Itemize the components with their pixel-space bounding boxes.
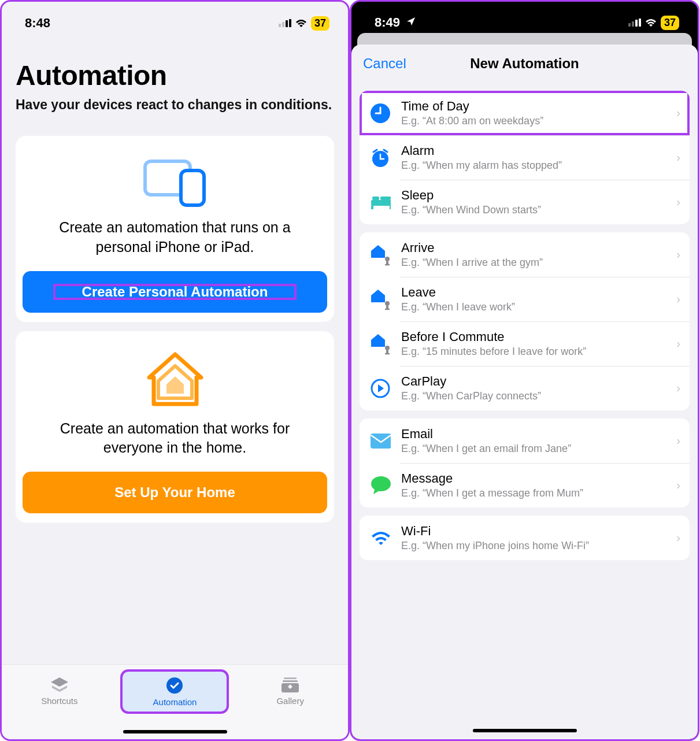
page-subtitle: Have your devices react to changes in co…	[2, 95, 348, 127]
tab-gallery-label: Gallery	[276, 696, 304, 706]
svg-rect-17	[371, 206, 373, 209]
row-subtitle: E.g. “When Wind Down starts”	[401, 204, 666, 216]
cellular-icon	[628, 18, 641, 27]
svg-rect-1	[282, 22, 284, 27]
row-subtitle: E.g. “When I get a message from Mum”	[401, 487, 666, 499]
svg-point-21	[385, 257, 390, 261]
svg-rect-7	[284, 677, 297, 679]
devices-icon	[21, 155, 328, 208]
status-time: 8:48	[25, 16, 50, 31]
wifi-icon	[370, 528, 391, 549]
row-email[interactable]: Email E.g. “When I get an email from Jan…	[360, 418, 690, 463]
row-subtitle: E.g. “When my alarm has stopped”	[401, 160, 666, 172]
home-indicator[interactable]	[123, 730, 227, 733]
row-subtitle: E.g. “When CarPlay connects”	[401, 390, 666, 402]
home-automation-card: Create an automation that works for ever…	[16, 331, 334, 523]
shortcuts-icon	[50, 676, 69, 694]
chevron-right-icon: ›	[676, 479, 680, 492]
svg-rect-19	[372, 197, 379, 200]
status-icons: 37	[628, 16, 679, 30]
row-time-of-day[interactable]: Time of Day E.g. “At 8:00 am on weekdays…	[360, 91, 690, 135]
sheet-header: Cancel New Automation	[351, 45, 698, 83]
svg-rect-13	[639, 18, 641, 27]
message-icon	[370, 475, 391, 496]
battery-indicator: 37	[661, 16, 679, 30]
row-title: Before I Commute	[401, 329, 666, 344]
row-title: Leave	[401, 285, 666, 300]
section-time: Time of Day E.g. “At 8:00 am on weekdays…	[360, 91, 690, 224]
row-subtitle: E.g. “15 minutes before I leave for work…	[401, 346, 666, 358]
row-subtitle: E.g. “When I get an email from Jane”	[401, 443, 666, 455]
status-bar: 8:48 37	[2, 2, 348, 39]
svg-point-23	[385, 301, 390, 306]
tab-shortcuts-label: Shortcuts	[41, 696, 77, 706]
chevron-right-icon: ›	[676, 195, 680, 209]
new-automation-sheet: Cancel New Automation Time of Day E.g. “…	[351, 45, 698, 739]
phone-new-automation: 8:49 37 Cancel New Automation	[350, 0, 699, 741]
tab-automation[interactable]: Automation	[123, 672, 227, 712]
section-communication: Email E.g. “When I get an email from Jan…	[360, 418, 690, 507]
tab-gallery[interactable]: Gallery	[238, 672, 342, 710]
svg-rect-18	[390, 206, 391, 209]
set-up-home-button[interactable]: Set Up Your Home	[23, 472, 327, 513]
email-icon	[370, 431, 391, 451]
row-carplay[interactable]: CarPlay E.g. “When CarPlay connects” ›	[360, 366, 690, 410]
tab-automation-label: Automation	[153, 697, 197, 707]
battery-indicator: 37	[311, 16, 329, 31]
row-title: Wi-Fi	[401, 524, 666, 539]
svg-rect-5	[181, 171, 204, 205]
chevron-right-icon: ›	[676, 151, 680, 164]
automation-icon	[165, 676, 184, 695]
commute-icon	[370, 334, 391, 354]
cancel-button[interactable]: Cancel	[363, 55, 406, 72]
wifi-icon	[645, 18, 657, 27]
home-icon	[21, 351, 328, 409]
svg-rect-20	[380, 197, 391, 200]
section-location: Arrive E.g. “When I arrive at the gym” ›…	[360, 232, 690, 410]
tab-bar: Shortcuts Automation Gallery	[2, 664, 348, 739]
tab-shortcuts[interactable]: Shortcuts	[8, 672, 112, 710]
sheet-title: New Automation	[470, 55, 579, 72]
svg-rect-8	[283, 680, 298, 682]
create-personal-automation-label: Create Personal Automation	[53, 284, 297, 300]
personal-automation-card: Create an automation that runs on a pers…	[16, 136, 334, 322]
svg-rect-28	[371, 434, 391, 449]
svg-rect-3	[289, 19, 291, 27]
row-title: Sleep	[401, 188, 666, 203]
leave-icon	[370, 289, 391, 310]
svg-rect-2	[286, 20, 288, 27]
svg-rect-0	[279, 24, 281, 27]
row-title: Alarm	[401, 143, 666, 158]
svg-rect-12	[635, 20, 638, 27]
row-title: Arrive	[401, 240, 666, 255]
section-settings: Wi-Fi E.g. “When my iPhone joins home Wi…	[360, 516, 690, 560]
wifi-icon	[295, 18, 308, 28]
chevron-right-icon: ›	[676, 337, 680, 350]
chevron-right-icon: ›	[676, 248, 680, 261]
row-subtitle: E.g. “When I leave work”	[401, 301, 666, 313]
row-leave[interactable]: Leave E.g. “When I leave work” ›	[360, 277, 690, 321]
clock-icon	[370, 103, 391, 124]
row-arrive[interactable]: Arrive E.g. “When I arrive at the gym” ›	[360, 232, 690, 277]
row-message[interactable]: Message E.g. “When I get a message from …	[360, 463, 690, 507]
row-sleep[interactable]: Sleep E.g. “When Wind Down starts” ›	[360, 180, 690, 224]
row-before-commute[interactable]: Before I Commute E.g. “15 minutes before…	[360, 321, 690, 366]
home-card-text: Create an automation that works for ever…	[21, 409, 328, 471]
row-subtitle: E.g. “When my iPhone joins home Wi-Fi”	[401, 540, 666, 552]
row-alarm[interactable]: Alarm E.g. “When my alarm has stopped” ›	[360, 135, 690, 180]
bed-icon	[370, 192, 391, 213]
phone-automation-home: 8:48 37 Automation Have your devices rea…	[0, 0, 350, 741]
location-icon	[406, 16, 416, 27]
status-icons: 37	[279, 16, 329, 31]
alarm-icon	[370, 147, 391, 168]
svg-point-29	[371, 476, 391, 491]
arrive-icon	[370, 244, 391, 265]
create-personal-automation-button[interactable]: Create Personal Automation	[23, 271, 327, 313]
row-title: Email	[401, 427, 666, 442]
row-wifi[interactable]: Wi-Fi E.g. “When my iPhone joins home Wi…	[360, 516, 690, 560]
row-title: CarPlay	[401, 374, 666, 389]
home-indicator[interactable]	[473, 729, 577, 732]
row-title: Time of Day	[401, 99, 666, 114]
gallery-icon	[281, 676, 299, 694]
personal-card-text: Create an automation that runs on a pers…	[21, 208, 328, 270]
